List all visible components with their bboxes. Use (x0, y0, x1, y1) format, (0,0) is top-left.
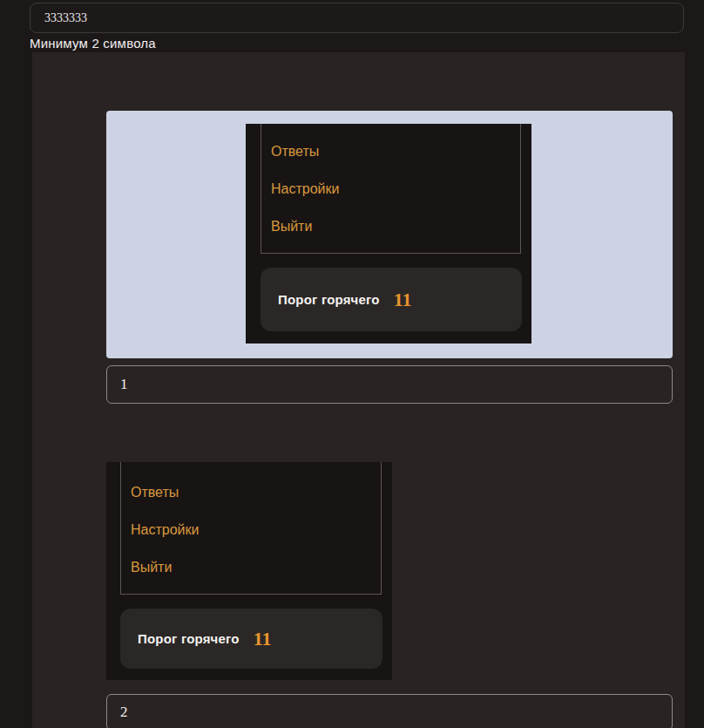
dropdown-menu-1: Ответы Настройки Выйти Порог горячего 11 (246, 124, 531, 344)
hot-threshold-value: 11 (394, 289, 412, 311)
hot-threshold-label: Порог горячего (278, 292, 380, 307)
hot-threshold-label: Порог горячего (138, 631, 240, 646)
hot-threshold-item-1[interactable]: Порог горячего 11 (261, 268, 522, 331)
hot-threshold-value: 11 (254, 628, 272, 650)
menu-item-logout[interactable]: Выйти (121, 548, 381, 586)
content-panel: Ответы Настройки Выйти Порог горячего 11… (32, 52, 685, 728)
numbered-input-2[interactable] (106, 694, 673, 728)
primary-text-input[interactable] (30, 3, 684, 33)
hot-threshold-item-2[interactable]: Порог горячего 11 (120, 609, 382, 669)
page: Минимум 2 символа Ответы Настройки Выйти… (0, 0, 704, 728)
menu-item-settings[interactable]: Настройки (261, 170, 520, 208)
menu-item-answers[interactable]: Ответы (121, 473, 381, 511)
validation-helper-text: Минимум 2 символа (30, 36, 156, 51)
menu-item-logout[interactable]: Выйти (261, 208, 520, 245)
menu-item-settings[interactable]: Настройки (121, 511, 381, 548)
menu-list-2: Ответы Настройки Выйти (120, 462, 382, 595)
dropdown-menu-2: Ответы Настройки Выйти Порог горячего 11 (106, 462, 392, 680)
numbered-input-1[interactable] (106, 365, 673, 404)
menu-list-1: Ответы Настройки Выйти (261, 124, 521, 254)
menu-item-answers[interactable]: Ответы (261, 133, 520, 170)
